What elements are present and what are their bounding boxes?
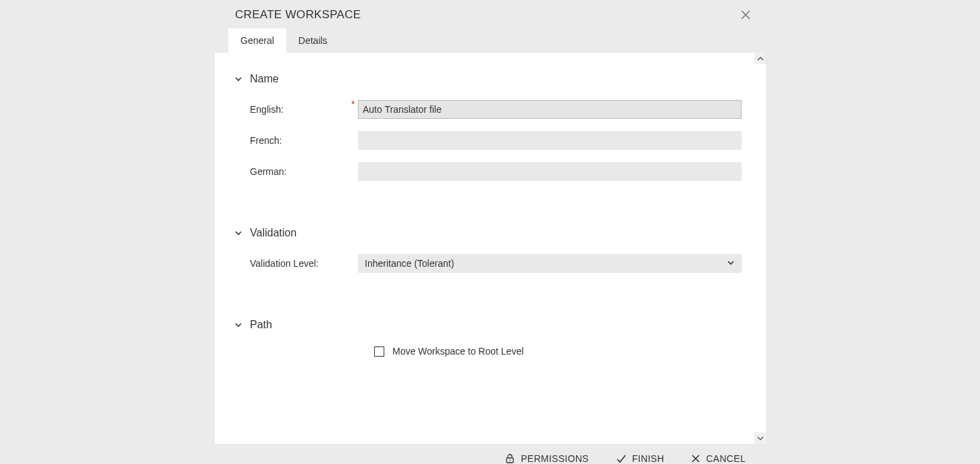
- lock-icon: [505, 453, 515, 464]
- tab-details[interactable]: Details: [286, 28, 340, 53]
- checkbox-move-root[interactable]: [374, 346, 384, 357]
- dialog-content[interactable]: Name English: * French: German:: [215, 53, 766, 444]
- input-french[interactable]: [358, 131, 742, 150]
- label-validation-level: Validation Level:: [250, 258, 358, 269]
- close-button[interactable]: [738, 7, 754, 23]
- close-icon: [691, 454, 700, 463]
- checkbox-label: Move Workspace to Root Level: [392, 346, 523, 357]
- section-title: Validation: [250, 227, 296, 239]
- label-english: English:: [250, 104, 358, 115]
- section-header-path[interactable]: Path: [234, 319, 742, 331]
- select-validation-level[interactable]: Inheritance (Tolerant): [358, 254, 742, 273]
- close-icon: [741, 10, 750, 20]
- scroll-down-icon[interactable]: [754, 432, 766, 444]
- required-indicator: *: [351, 99, 355, 109]
- field-row-german: German:: [234, 162, 742, 181]
- chevron-down-icon: [234, 320, 243, 330]
- dialog-footer: PERMISSIONS FINISH CANCEL: [215, 444, 766, 464]
- section-header-name[interactable]: Name: [234, 73, 742, 85]
- tab-general[interactable]: General: [228, 28, 286, 53]
- check-icon: [616, 453, 627, 464]
- scroll-up-icon[interactable]: [754, 53, 766, 64]
- chevron-down-icon: [727, 258, 735, 269]
- select-value: Inheritance (Tolerant): [365, 258, 454, 269]
- label-german: German:: [250, 166, 358, 177]
- field-row-french: French:: [234, 131, 742, 150]
- dialog-header: CREATE WORKSPACE: [215, 0, 766, 28]
- field-row-english: English: *: [234, 100, 742, 119]
- button-label: FINISH: [632, 453, 665, 464]
- section-title: Path: [250, 319, 272, 331]
- chevron-down-icon: [234, 74, 243, 84]
- create-workspace-dialog: CREATE WORKSPACE General Details Name En…: [215, 0, 766, 464]
- field-row-validation-level: Validation Level: Inheritance (Tolerant): [234, 254, 742, 273]
- finish-button[interactable]: FINISH: [616, 453, 665, 464]
- cancel-button[interactable]: CANCEL: [691, 453, 746, 464]
- content-wrap: Name English: * French: German:: [215, 53, 766, 444]
- label-french: French:: [250, 135, 358, 146]
- permissions-button[interactable]: PERMISSIONS: [505, 453, 589, 464]
- section-title: Name: [250, 73, 279, 85]
- input-english[interactable]: [358, 100, 742, 119]
- tab-bar: General Details: [215, 28, 766, 53]
- button-label: CANCEL: [706, 453, 746, 464]
- section-header-validation[interactable]: Validation: [234, 227, 742, 239]
- input-german[interactable]: [358, 162, 742, 181]
- button-label: PERMISSIONS: [521, 453, 589, 464]
- dialog-title: CREATE WORKSPACE: [235, 8, 361, 22]
- checkbox-row-move-root: Move Workspace to Root Level: [234, 346, 742, 357]
- chevron-down-icon: [234, 228, 243, 238]
